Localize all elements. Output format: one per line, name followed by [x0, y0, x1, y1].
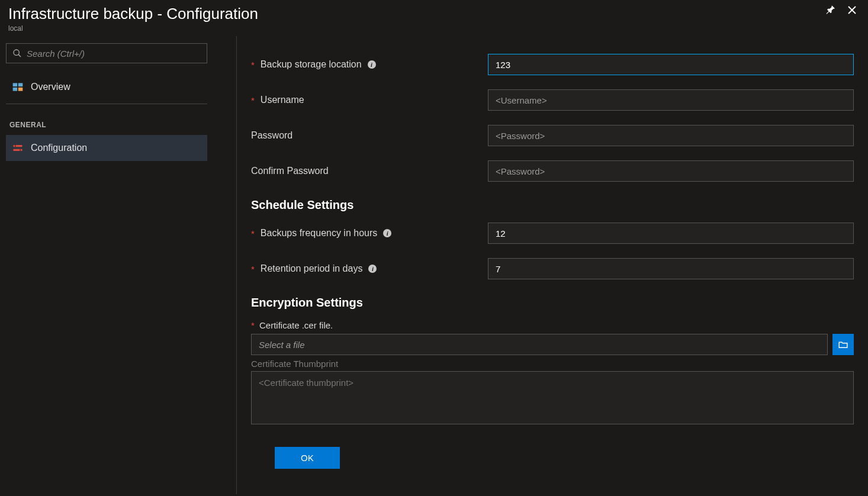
required-asterisk: * — [251, 95, 255, 105]
sidebar: Overview GENERAL Configuration — [0, 36, 237, 494]
info-icon[interactable]: i — [368, 60, 376, 69]
browse-file-button[interactable] — [832, 334, 854, 355]
search-box[interactable] — [6, 43, 207, 63]
close-icon[interactable] — [847, 5, 857, 15]
certificate-file-input[interactable] — [251, 334, 828, 355]
certificate-label: * Certificate .cer file. — [251, 320, 854, 330]
info-icon[interactable]: i — [383, 229, 391, 237]
page-subtitle: local — [8, 24, 860, 33]
password-input[interactable] — [488, 125, 854, 146]
info-icon[interactable]: i — [368, 265, 377, 273]
required-asterisk: * — [251, 228, 255, 239]
svg-rect-8 — [14, 145, 22, 147]
blade-header: Infrastructure backup - Configuration lo… — [0, 0, 868, 36]
required-asterisk: * — [251, 264, 255, 274]
backup-location-input[interactable] — [488, 54, 854, 75]
required-asterisk: * — [251, 60, 255, 70]
password-label: Password — [251, 130, 488, 141]
header-actions — [825, 5, 857, 15]
encryption-settings-heading: Encryption Settings — [251, 296, 854, 310]
sidebar-item-label: Overview — [31, 82, 70, 92]
frequency-label: * Backups frequency in hours i — [251, 228, 488, 239]
required-asterisk: * — [251, 320, 255, 330]
svg-point-2 — [14, 50, 19, 55]
svg-rect-7 — [18, 88, 23, 91]
svg-line-3 — [18, 54, 21, 57]
schedule-settings-heading: Schedule Settings — [251, 198, 854, 212]
ok-button[interactable]: OK — [275, 447, 340, 469]
main-content: * Backup storage location i * Username P… — [237, 36, 868, 494]
frequency-input[interactable] — [488, 223, 854, 244]
svg-rect-5 — [18, 83, 23, 86]
svg-rect-9 — [14, 149, 22, 151]
page-title: Infrastructure backup - Configuration — [8, 5, 860, 23]
thumbprint-label: Certificate Thumbprint — [251, 359, 854, 369]
folder-icon — [838, 339, 848, 350]
pin-icon[interactable] — [825, 5, 836, 15]
username-input[interactable] — [488, 89, 854, 111]
overview-icon — [12, 81, 24, 93]
search-icon — [12, 49, 22, 58]
configuration-icon — [12, 142, 24, 154]
svg-rect-10 — [15, 145, 16, 147]
svg-rect-11 — [20, 149, 21, 151]
search-input[interactable] — [27, 49, 201, 59]
sidebar-section-general: GENERAL — [9, 121, 230, 129]
sidebar-item-configuration[interactable]: Configuration — [6, 135, 207, 161]
confirm-password-label: Confirm Password — [251, 166, 488, 176]
username-label: * Username — [251, 95, 488, 105]
sidebar-item-label: Configuration — [31, 143, 87, 153]
svg-rect-4 — [13, 83, 18, 86]
retention-label: * Retention period in days i — [251, 263, 488, 274]
svg-rect-6 — [13, 88, 18, 91]
thumbprint-textarea[interactable] — [251, 371, 854, 424]
sidebar-item-overview[interactable]: Overview — [6, 74, 207, 104]
backup-location-label: * Backup storage location i — [251, 59, 488, 70]
retention-input[interactable] — [488, 258, 854, 279]
confirm-password-input[interactable] — [488, 160, 854, 182]
